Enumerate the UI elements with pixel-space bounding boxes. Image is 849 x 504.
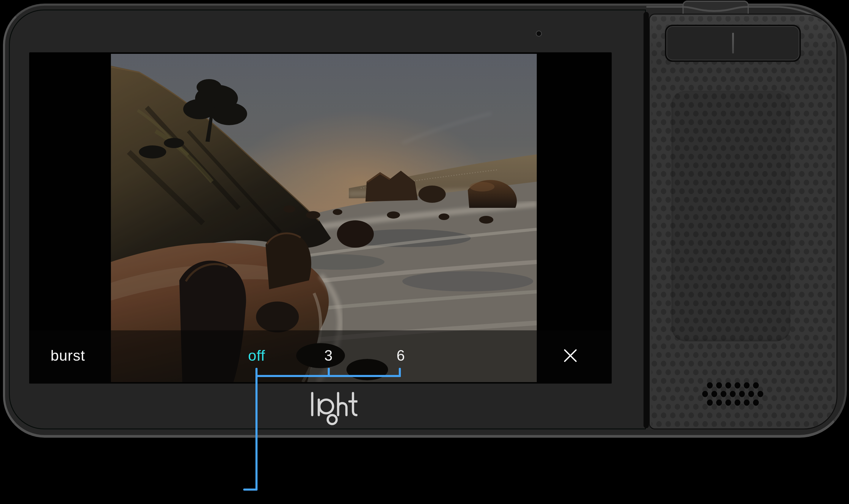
burst-option-off[interactable]: off [244, 347, 269, 364]
callout-tick-3 [328, 368, 330, 377]
shutter-divider-line [732, 33, 734, 54]
close-button[interactable] [562, 347, 579, 364]
grip-inset-pad [671, 90, 790, 341]
burst-option-3[interactable]: 3 [320, 347, 337, 364]
grip-panel [649, 14, 837, 429]
x-icon [562, 347, 579, 364]
light-logo: light [309, 392, 358, 427]
burst-menu-title: burst [51, 347, 85, 364]
panel-seam [644, 12, 649, 428]
camera-led [536, 31, 542, 37]
shutter-button[interactable] [665, 25, 801, 62]
touchscreen: burst off 3 6 [29, 52, 612, 383]
callout-vertical-line [255, 368, 257, 490]
callout-tick-6 [399, 368, 401, 377]
burst-option-6[interactable]: 6 [393, 347, 410, 364]
callout-foot [243, 488, 257, 491]
camera-device: burst off 3 6 light [0, 0, 849, 504]
